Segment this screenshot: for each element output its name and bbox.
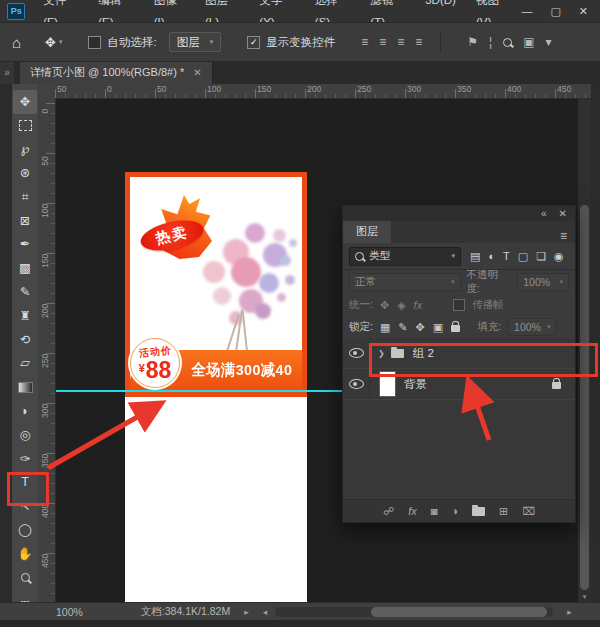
ruler-tool-icon[interactable]: ⚑ <box>467 35 478 49</box>
healing-brush-tool-icon: ▩ <box>19 262 31 275</box>
search-icon[interactable] <box>503 38 512 47</box>
layer-style-icon[interactable]: fx <box>408 505 417 517</box>
lock-transparency-icon[interactable]: ▦ <box>380 321 390 334</box>
align-left-icon[interactable]: ≡ <box>361 35 368 49</box>
eye-icon <box>349 348 364 358</box>
ruler-label: 300 <box>407 84 421 94</box>
tab-close-icon[interactable]: ✕ <box>193 67 201 78</box>
scroll-right-icon[interactable]: ▸ <box>567 607 572 617</box>
vertical-scrollbar[interactable]: ▾ <box>578 98 591 602</box>
vertical-scroll-thumb[interactable] <box>580 205 589 590</box>
add-mask-icon[interactable]: ◙ <box>431 505 438 517</box>
hand-tool[interactable]: ✋ <box>13 542 37 566</box>
type-filter-icon[interactable]: T <box>503 250 510 262</box>
shape-tool[interactable]: ◯ <box>13 518 37 542</box>
left-edge-strip <box>0 60 12 627</box>
type-tool[interactable]: T <box>13 471 37 495</box>
propagate-checkbox[interactable] <box>453 299 465 311</box>
lock-all-icon[interactable] <box>451 325 460 332</box>
minimize-button[interactable]: — <box>521 5 532 18</box>
unify-visibility-icon[interactable]: ◈ <box>397 299 405 312</box>
adjustment-filter-icon[interactable]: ◐ <box>488 250 495 262</box>
workspace-icon[interactable]: ▣ <box>523 35 534 49</box>
gradient-tool[interactable] <box>13 376 37 400</box>
blur-tool[interactable]: ◗ <box>13 399 37 423</box>
unify-position-icon[interactable]: ✥ <box>380 299 389 312</box>
healing-brush-tool[interactable]: ▩ <box>13 257 37 281</box>
lock-position-icon[interactable]: ✥ <box>416 321 425 334</box>
filter-toggle[interactable]: ◉ <box>554 250 564 263</box>
lock-artboard-icon[interactable]: ▣ <box>433 321 443 334</box>
target-dropdown[interactable]: 图层 ▾ <box>169 32 222 52</box>
clone-stamp-tool[interactable]: ♜ <box>13 304 37 328</box>
horizontal-scroll-thumb[interactable] <box>371 607 547 617</box>
status-popup-icon[interactable]: ▸ <box>244 607 249 617</box>
scroll-down-icon[interactable]: ▾ <box>578 593 591 601</box>
layer-name[interactable]: 背景 <box>404 377 427 392</box>
new-adjustment-icon[interactable]: ◑ <box>451 505 458 517</box>
brush-tool[interactable]: ✎ <box>13 280 37 304</box>
lasso-tool[interactable]: ℘ <box>13 138 37 162</box>
eraser-tool[interactable]: ▱ <box>13 352 37 376</box>
maximize-button[interactable]: ▢ <box>550 5 560 18</box>
layers-panel: « ✕ 图层 ≡ 类型 ▾ ▤◐T▢❏◉ 正常 ▾ 不透明度: 100% ▾ <box>342 205 576 523</box>
chevron-down-icon[interactable]: ▾ <box>546 35 552 49</box>
document-tab[interactable]: 详情页小图 @ 100%(RGB/8#) * ✕ <box>20 60 213 84</box>
align-right-icon[interactable]: ≡ <box>397 35 404 49</box>
flower-blob <box>289 239 297 247</box>
dodge-tool[interactable]: ◎ <box>13 423 37 447</box>
panel-menu-icon[interactable]: ≡ <box>560 229 575 243</box>
link-layers-icon[interactable]: ☍ <box>383 505 394 518</box>
crop-tool[interactable]: ⌗ <box>13 185 37 209</box>
delete-layer-icon[interactable]: ⌧ <box>522 505 535 518</box>
move-tool-preset[interactable]: ✥ ▾ <box>45 35 62 50</box>
history-brush-tool[interactable]: ⟲ <box>13 328 37 352</box>
zoom-tool[interactable] <box>13 566 37 590</box>
filter-type-dropdown[interactable]: 类型 ▾ <box>349 247 461 266</box>
document-canvas[interactable]: 热卖 活动价 ¥88 全场满300减40 <box>125 172 307 602</box>
distribute-center-icon[interactable]: ≡ <box>415 35 422 49</box>
eyedropper-tool[interactable]: ✒ <box>13 233 37 257</box>
align-center-icon[interactable]: ≡ <box>379 35 386 49</box>
layer-row-background[interactable]: 背景 <box>343 369 575 400</box>
visibility-toggle[interactable] <box>343 338 370 368</box>
frame-tool[interactable]: ⊠ <box>13 209 37 233</box>
lock-pixels-icon[interactable]: ✎ <box>398 321 407 334</box>
pixel-filter-icon[interactable]: ▤ <box>470 250 480 263</box>
collapse-panels-icon[interactable]: » <box>0 60 14 84</box>
close-button[interactable]: ✕ <box>579 5 588 18</box>
move-tool[interactable]: ✥ <box>13 90 37 114</box>
layer-name[interactable]: 组 2 <box>413 346 434 361</box>
expand-chevron-icon[interactable]: ❯ <box>378 349 385 358</box>
unify-style-icon[interactable]: fx <box>414 299 423 311</box>
new-group-icon[interactable] <box>472 507 485 516</box>
opacity-dropdown[interactable]: 100% ▾ <box>517 273 569 291</box>
horizontal-ruler[interactable]: 50050100150200250300350400450 <box>38 84 591 99</box>
blend-mode-dropdown[interactable]: 正常 ▾ <box>349 273 461 291</box>
home-icon[interactable]: ⌂ <box>12 34 21 51</box>
options-bar: ⌂ ✥ ▾ 自动选择: 图层 ▾ ✓ 显示变换控件 ≡≡≡≡ ⚑¦▣▾ <box>0 22 600 62</box>
panel-close-icon[interactable]: ✕ <box>559 208 567 219</box>
quick-select-tool[interactable]: ⊛ <box>13 161 37 185</box>
zoom-level[interactable]: 100% <box>56 606 83 618</box>
scroll-left-icon[interactable]: ◂ <box>263 607 268 617</box>
pen-tool[interactable]: ✑ <box>13 447 37 471</box>
visibility-toggle[interactable] <box>343 369 370 399</box>
shape-filter-icon[interactable]: ▢ <box>518 250 528 263</box>
vertical-ruler[interactable]: 050100150200250300350400450 <box>38 98 56 602</box>
tab-layers[interactable]: 图层 <box>343 221 391 243</box>
flower-blob <box>255 303 271 319</box>
show-transform-checkbox[interactable]: ✓ <box>247 36 260 49</box>
layer-thumbnail[interactable] <box>380 372 395 396</box>
toggle-mark-icon[interactable]: ¦ <box>489 35 492 49</box>
horizontal-scrollbar[interactable] <box>275 607 553 617</box>
smart-object-filter-icon[interactable]: ❏ <box>536 250 546 263</box>
auto-select-checkbox[interactable] <box>88 36 101 49</box>
guide-line[interactable] <box>55 390 343 392</box>
layer-row-group-2[interactable]: ❯ 组 2 <box>343 338 575 369</box>
path-select-tool[interactable]: ↖ <box>13 495 37 519</box>
new-layer-icon[interactable]: ⊞ <box>499 505 508 518</box>
marquee-tool[interactable] <box>13 114 37 138</box>
fill-dropdown[interactable]: 100% ▾ <box>508 318 556 336</box>
panel-collapse-icon[interactable]: « <box>541 208 547 219</box>
